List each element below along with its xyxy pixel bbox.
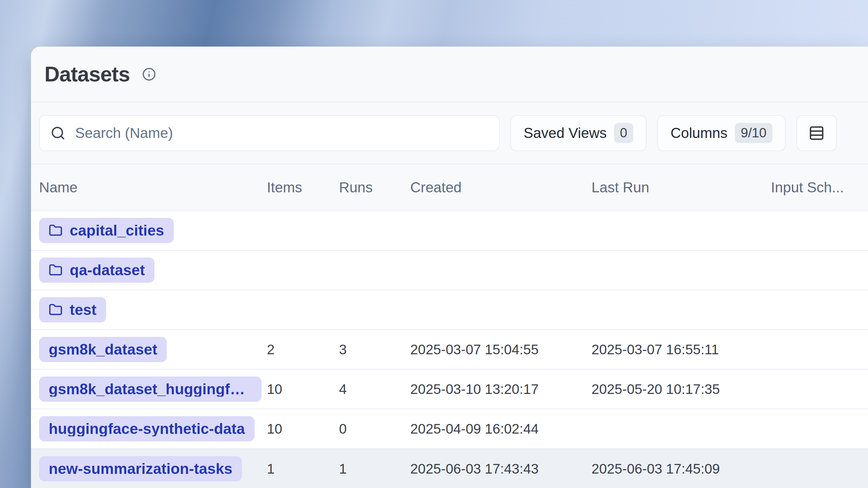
column-header-created: Created	[410, 179, 591, 196]
column-header-last-run: Last Run	[591, 179, 771, 196]
panel-header: Datasets	[31, 46, 868, 102]
table-row: test	[31, 290, 868, 330]
items-cell: 1	[267, 461, 339, 477]
table-row: gsm8k_dataset232025-03-07 15:04:552025-0…	[31, 330, 868, 369]
table-header-row: NameItemsRunsCreatedLast RunInput Sch...	[31, 164, 868, 210]
saved-views-label: Saved Views	[524, 125, 607, 141]
table-row: new-summarization-tasks112025-06-03 17:4…	[31, 449, 868, 488]
table-row: huggingface-synthetic-data1002025-04-09 …	[31, 409, 868, 449]
last-run-cell: 2025-05-20 10:17:35	[591, 381, 771, 397]
folder-icon	[49, 263, 63, 277]
folder-name: capital_cities	[70, 223, 164, 238]
dataset-name: gsm8k_dataset_huggingface	[49, 382, 252, 397]
table-row: qa-dataset	[31, 251, 868, 290]
created-cell: 2025-06-03 17:43:43	[410, 461, 591, 477]
folder-badge[interactable]: capital_cities	[39, 218, 174, 243]
last-run-cell: 2025-06-03 17:45:09	[591, 461, 771, 477]
folder-name: test	[70, 302, 96, 317]
search-icon	[51, 126, 65, 141]
toolbar: Saved Views 0 Columns 9/10	[31, 102, 868, 164]
columns-label: Columns	[671, 125, 727, 141]
table-row: gsm8k_dataset_huggingface1042025-03-10 1…	[31, 369, 868, 409]
columns-count-badge: 9/10	[735, 123, 773, 143]
name-cell: gsm8k_dataset_huggingface	[39, 377, 267, 402]
info-icon[interactable]	[141, 66, 157, 82]
search-input[interactable]	[74, 124, 488, 141]
dataset-badge[interactable]: new-summarization-tasks	[39, 456, 242, 481]
folder-icon	[49, 303, 63, 317]
runs-cell: 1	[339, 461, 410, 477]
items-cell: 2	[267, 341, 339, 358]
created-cell: 2025-03-07 15:04:55	[410, 341, 591, 358]
column-header-runs: Runs	[339, 179, 410, 196]
name-cell: test	[39, 297, 267, 322]
dataset-badge[interactable]: gsm8k_dataset	[39, 337, 167, 362]
folder-badge[interactable]: test	[39, 297, 106, 322]
dataset-name: new-summarization-tasks	[49, 461, 232, 476]
name-cell: capital_cities	[39, 218, 267, 243]
search-box	[39, 115, 499, 151]
runs-cell: 0	[339, 421, 410, 437]
items-cell: 10	[267, 421, 339, 437]
created-cell: 2025-03-10 13:20:17	[410, 381, 591, 397]
created-cell: 2025-04-09 16:02:44	[410, 421, 591, 437]
folder-badge[interactable]: qa-dataset	[39, 258, 154, 283]
dataset-badge[interactable]: huggingface-synthetic-data	[39, 416, 254, 442]
dataset-name: gsm8k_dataset	[49, 342, 157, 357]
folder-name: qa-dataset	[70, 263, 145, 278]
name-cell: gsm8k_dataset	[39, 337, 267, 362]
saved-views-button[interactable]: Saved Views 0	[510, 115, 647, 151]
columns-button[interactable]: Columns 9/10	[657, 115, 786, 151]
row-height-button[interactable]	[797, 115, 837, 151]
rows-icon	[808, 125, 825, 141]
column-header-name: Name	[39, 179, 267, 196]
table-body: capital_cities qa-dataset testgsm8k_data…	[31, 211, 868, 488]
name-cell: huggingface-synthetic-data	[39, 416, 267, 442]
name-cell: qa-dataset	[39, 258, 267, 283]
dataset-name: huggingface-synthetic-data	[49, 421, 245, 436]
runs-cell: 4	[339, 381, 410, 397]
table-row: capital_cities	[31, 211, 868, 251]
page-title: Datasets	[44, 64, 130, 85]
name-cell: new-summarization-tasks	[39, 456, 267, 481]
saved-views-count-badge: 0	[614, 123, 633, 143]
dataset-badge[interactable]: gsm8k_dataset_huggingface	[39, 377, 261, 402]
column-header-items: Items	[267, 179, 339, 196]
datasets-panel: Datasets Saved Views 0 Columns	[31, 46, 868, 488]
items-cell: 10	[267, 381, 339, 397]
column-header-input-sch: Input Sch...	[771, 179, 868, 196]
folder-icon	[49, 224, 63, 237]
last-run-cell: 2025-03-07 16:55:11	[591, 341, 771, 358]
runs-cell: 3	[339, 341, 410, 358]
